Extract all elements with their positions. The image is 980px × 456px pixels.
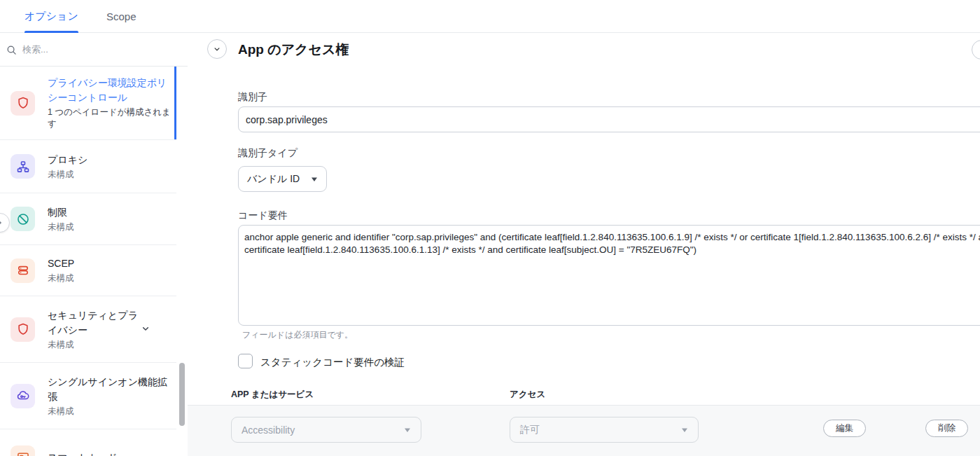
sidebar-item-security-privacy[interactable]: セキュリティとプライバシー 未構成	[0, 296, 176, 363]
remove-payload-button[interactable]	[972, 40, 980, 60]
sidebar-item-subtitle: 未構成	[48, 406, 171, 417]
sidebar-item-title: スマートカード	[48, 450, 171, 456]
payload-editor: App のアクセス権 識別子 識別子タイプ バンドル ID コード要件 anch…	[188, 33, 980, 456]
sidebar-item-title: プロキシ	[48, 153, 171, 167]
chevron-down-icon[interactable]	[140, 323, 151, 334]
sidebar-scrollbar[interactable]	[179, 363, 185, 426]
access-value: 許可	[520, 424, 540, 436]
static-code-check-checkbox[interactable]	[238, 354, 253, 368]
identifier-type-select[interactable]: バンドル ID	[238, 166, 327, 192]
search-input[interactable]	[0, 44, 168, 55]
sidebar-item-subtitle: 未構成	[48, 272, 171, 284]
chevron-down-icon	[212, 44, 222, 54]
sidebar-item-title: プライバシー環境設定ポリシーコントロール	[48, 76, 171, 105]
sidebar-search-row	[0, 33, 188, 67]
sidebar-item-privacy-policy-control[interactable]: プライバシー環境設定ポリシーコントロール 1 つのペイロードが構成されます	[0, 67, 176, 140]
sidebar-item-subtitle: 未構成	[48, 221, 171, 233]
caret-down-icon	[404, 427, 411, 433]
top-tab-bar: オプション Scope	[0, 0, 980, 33]
sidebar-item-subtitle: 未構成	[48, 169, 171, 181]
sidebar-item-smart-card[interactable]: スマートカード	[0, 429, 176, 456]
payload-title: App のアクセス権	[238, 41, 349, 59]
required-field-helper: フィールドは必須項目です。	[242, 329, 353, 341]
identifier-input[interactable]	[238, 106, 980, 132]
smart-card-icon	[10, 445, 35, 456]
sidebar-item-title: SCEP	[48, 256, 171, 271]
sidebar-item-scep[interactable]: SCEP 未構成	[0, 245, 176, 296]
delete-button[interactable]: 削除	[925, 420, 968, 437]
network-icon	[10, 154, 35, 179]
shield-icon	[10, 91, 35, 116]
column-header-access: アクセス	[510, 389, 545, 401]
sidebar-item-restrictions[interactable]: 制限 未構成	[0, 193, 176, 245]
code-requirement-label: コード要件	[238, 209, 288, 222]
collapse-payload-button[interactable]	[207, 39, 227, 59]
tab-scope[interactable]: Scope	[106, 0, 136, 33]
sidebar-item-sso-extension[interactable]: シングルサインオン機能拡張 未構成	[0, 363, 176, 429]
app-service-select[interactable]: Accessibility	[231, 417, 421, 443]
sidebar-item-proxy[interactable]: プロキシ 未構成	[0, 140, 176, 193]
server-icon	[10, 258, 35, 283]
caret-down-icon	[681, 427, 688, 433]
payload-sidebar: プライバシー環境設定ポリシーコントロール 1 つのペイロードが構成されます プロ…	[0, 33, 188, 456]
app-service-value: Accessibility	[241, 424, 295, 436]
sidebar-item-subtitle: 未構成	[48, 339, 171, 351]
sidebar-item-title: セキュリティとプライバシー	[48, 308, 139, 338]
identifier-label: 識別子	[238, 91, 267, 104]
search-icon	[6, 45, 17, 55]
caret-down-icon	[311, 177, 318, 182]
identifier-type-label: 識別子タイプ	[238, 147, 298, 160]
column-header-app: APP またはサービス	[231, 389, 314, 401]
edit-button[interactable]: 編集	[823, 420, 866, 437]
static-code-check-label: スタティックコード要件の検証	[260, 356, 405, 369]
access-select[interactable]: 許可	[510, 417, 699, 443]
sidebar-item-title: シングルサインオン機能拡張	[48, 375, 171, 404]
sidebar-item-subtitle: 1 つのペイロードが構成されます	[48, 106, 171, 130]
payload-list: プライバシー環境設定ポリシーコントロール 1 つのペイロードが構成されます プロ…	[0, 67, 176, 456]
chevron-right-icon	[0, 219, 4, 227]
identifier-type-value: バンドル ID	[247, 173, 300, 186]
cloud-key-icon	[10, 384, 35, 408]
sidebar-item-title: 制限	[48, 205, 171, 220]
table-row: Accessibility 許可 編集 削除	[188, 406, 980, 456]
shield-icon	[10, 317, 35, 342]
prohibited-icon	[10, 207, 35, 231]
code-requirement-textarea[interactable]: anchor apple generic and identifier "cor…	[238, 225, 980, 326]
tab-options[interactable]: オプション	[24, 0, 78, 33]
